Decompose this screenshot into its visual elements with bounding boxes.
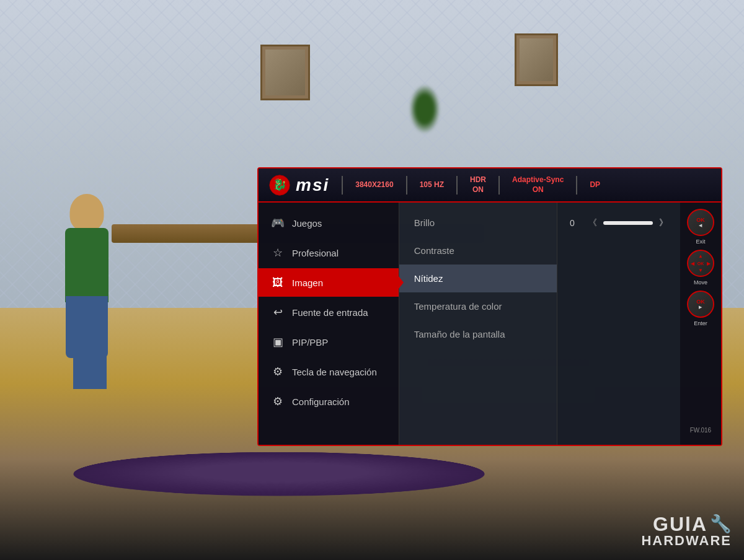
header-divider-5 (576, 176, 577, 195)
watermark-hardware: HARDWARE (641, 534, 732, 548)
char-body (65, 228, 108, 302)
submenu-nitidez[interactable]: Nítidez (399, 265, 557, 292)
input-display: DP (590, 180, 600, 190)
brillo-bar-fill (603, 221, 653, 225)
configuracion-label: Configuración (292, 396, 350, 407)
adaptive-sync-display: Adaptive-Sync ON (512, 175, 564, 195)
tecla-label: Tecla de navegación (292, 367, 377, 377)
osd-main-menu: 🎮 Juegos ☆ Profesional 🖼 Imagen ↩ Fuente… (259, 203, 399, 445)
arrow-left-ctrl-icon: ◀ (691, 261, 694, 266)
profesional-label: Profesional (292, 248, 339, 258)
move-label: Move (694, 279, 707, 286)
move-control-group: ▲ ▼ ◀ ▶ OK Move (687, 250, 714, 286)
picture-frame-1 (260, 45, 310, 100)
imagen-label: Imagen (292, 278, 323, 288)
menu-item-configuracion[interactable]: ⚙ Configuración (259, 387, 399, 416)
header-divider-1 (342, 176, 343, 195)
exit-label: Exit (696, 238, 705, 245)
juegos-label: Juegos (292, 218, 322, 229)
osd-submenu: Brillo Contraste Nítidez Temperatura de … (399, 203, 557, 445)
fuente-label: Fuente de entrada (292, 307, 368, 318)
character (37, 194, 136, 392)
brillo-number: 0 (570, 218, 582, 228)
char-leg-right (89, 352, 107, 389)
menu-item-profesional[interactable]: ☆ Profesional (259, 238, 399, 267)
char-pants (66, 296, 108, 358)
arrow-right-icon[interactable]: 》 (659, 217, 668, 229)
osd-header: 🐉 msi 3840X2160 105 HZ HDR ON Adaptive-S… (259, 168, 721, 203)
move-button[interactable]: ▲ ▼ ◀ ▶ OK (687, 250, 714, 277)
tecla-icon: ⚙ (271, 365, 285, 378)
menu-item-imagen[interactable]: 🖼 Imagen (259, 268, 399, 297)
resolution-display: 3840X2160 (355, 180, 393, 190)
watermark: GUlA 🔧 HARDWARE (641, 514, 732, 548)
brillo-value-row: 0 《 》 (557, 209, 680, 237)
profesional-icon: ☆ (271, 246, 285, 260)
fw-version: FW.016 (685, 422, 716, 439)
pip-icon: ▣ (271, 335, 285, 349)
osd-body: 🎮 Juegos ☆ Profesional 🖼 Imagen ↩ Fuente… (259, 203, 721, 445)
refresh-rate-display: 105 HZ (420, 180, 444, 190)
pip-label: PIP/PBP (292, 337, 328, 348)
osd-overlay: 🐉 msi 3840X2160 105 HZ HDR ON Adaptive-S… (257, 167, 722, 446)
submenu-brillo[interactable]: Brillo (399, 209, 557, 237)
enter-button[interactable]: OK ▶ (687, 291, 714, 318)
osd-values-panel: 0 《 》 (557, 203, 680, 445)
svg-text:🐉: 🐉 (273, 178, 287, 191)
submenu-temperatura[interactable]: Temperatura de color (399, 292, 557, 320)
picture-frame-2 (515, 33, 558, 86)
watermark-icon: 🔧 (710, 514, 732, 534)
msi-logo: 🐉 msi (268, 174, 329, 196)
submenu-contraste[interactable]: Contraste (399, 237, 557, 265)
watermark-guia: GUlA (653, 514, 707, 534)
menu-item-tecla[interactable]: ⚙ Tecla de navegación (259, 357, 399, 386)
osd-controls-panel: OK ◀ Exit ▲ ▼ ◀ ▶ OK Move OK (680, 203, 721, 445)
fuente-icon: ↩ (271, 305, 285, 319)
enter-control-group: OK ▶ Enter (687, 291, 714, 326)
exit-control-group: OK ◀ Exit (687, 209, 714, 245)
enter-label: Enter (694, 320, 707, 326)
menu-item-juegos[interactable]: 🎮 Juegos (259, 209, 399, 237)
arrow-up-icon: ▲ (698, 253, 703, 259)
configuracion-icon: ⚙ (271, 395, 285, 408)
submenu-tamano[interactable]: Tamaño de la pantalla (399, 320, 557, 348)
exit-button[interactable]: OK ◀ (687, 209, 714, 236)
arrow-left-icon[interactable]: 《 (588, 217, 597, 229)
imagen-icon: 🖼 (271, 276, 285, 289)
char-head (70, 194, 104, 231)
msi-dragon-icon: 🐉 (268, 174, 291, 196)
ok-center-label: OK (698, 261, 704, 266)
menu-item-pip[interactable]: ▣ PIP/PBP (259, 328, 399, 356)
arrow-right-ctrl-icon: ▶ (707, 261, 711, 266)
arrow-down-icon: ▼ (698, 268, 703, 273)
menu-item-fuente[interactable]: ↩ Fuente de entrada (259, 298, 399, 326)
brillo-bar-container (603, 221, 653, 225)
char-leg-left (73, 352, 91, 389)
header-divider-3 (456, 176, 458, 195)
plant (409, 84, 440, 134)
header-divider-4 (498, 176, 500, 195)
brand-name: msi (296, 175, 329, 195)
juegos-icon: 🎮 (271, 216, 285, 230)
hdr-display: HDR ON (470, 175, 486, 195)
header-divider-2 (406, 176, 407, 195)
rug (51, 452, 507, 496)
